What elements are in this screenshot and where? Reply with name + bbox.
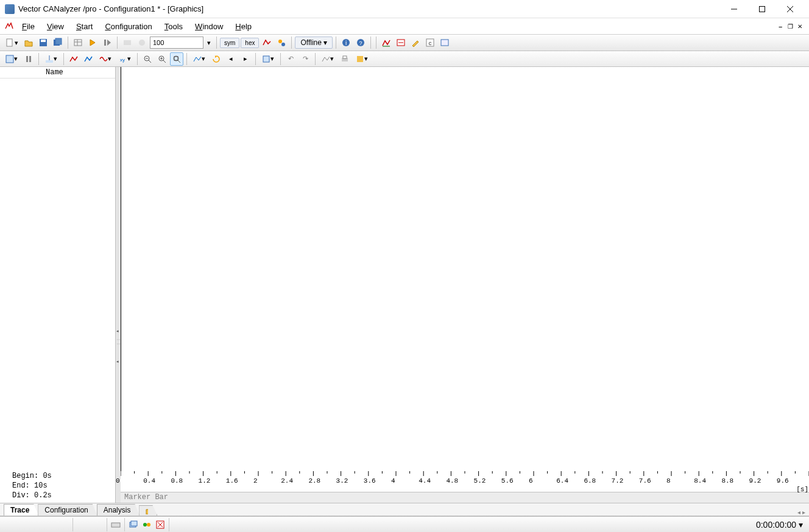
- bus-icon[interactable]: [142, 520, 152, 530]
- menu-start[interactable]: Start: [70, 20, 99, 33]
- minimize-button[interactable]: [720, 0, 748, 18]
- options-button[interactable]: ▾: [353, 52, 371, 66]
- tab-new[interactable]: [139, 505, 157, 516]
- new-button[interactable]: ▾: [2, 36, 21, 49]
- measure-button[interactable]: [380, 36, 393, 49]
- menu-help[interactable]: Help: [229, 20, 258, 33]
- separator: [315, 53, 316, 65]
- x-tick-label: 0: [116, 477, 120, 485]
- channel-button[interactable]: [260, 36, 274, 49]
- collapse-left-icon[interactable]: ◂: [116, 329, 119, 334]
- tab-configuration[interactable]: Configuration: [38, 504, 97, 516]
- status-icons: [107, 518, 125, 531]
- keyboard-icon[interactable]: [111, 520, 121, 530]
- start-button[interactable]: [86, 36, 99, 49]
- svg-point-102: [147, 523, 150, 527]
- svg-point-15: [278, 40, 282, 43]
- animate-button[interactable]: [135, 36, 149, 49]
- save-button[interactable]: [37, 36, 50, 49]
- nav-left-button[interactable]: ◂: [224, 52, 238, 66]
- marker-bar[interactable]: Marker Bar: [121, 492, 809, 503]
- begin-label: Begin: 0s: [12, 471, 115, 481]
- svg-rect-9: [74, 40, 82, 46]
- svg-rect-45: [343, 56, 347, 58]
- tab-trace[interactable]: Trace: [4, 504, 38, 516]
- menu-view[interactable]: View: [41, 20, 70, 33]
- print-button[interactable]: [338, 52, 352, 66]
- mdi-restore-button[interactable]: ❐: [786, 22, 794, 30]
- stack-icon[interactable]: [129, 520, 138, 530]
- edit-button[interactable]: [409, 36, 422, 49]
- open-button[interactable]: [22, 36, 35, 49]
- end-label: End: 10s: [12, 481, 115, 491]
- svg-line-34: [149, 60, 151, 63]
- signal-red-button[interactable]: [67, 52, 80, 66]
- offline-button[interactable]: Offline ▾: [295, 37, 333, 49]
- x-axis-ticks: [121, 471, 809, 477]
- chart-area: 00.40.81.21.622.42.83.23.644.44.85.25.66…: [121, 67, 809, 503]
- undo-button[interactable]: ↶: [284, 52, 297, 66]
- reset-button[interactable]: [210, 52, 223, 66]
- mdi-minimize-button[interactable]: ‒: [776, 22, 785, 30]
- close-button[interactable]: [776, 0, 804, 18]
- capl-button[interactable]: C: [423, 36, 437, 49]
- tab-analysis[interactable]: Analysis: [97, 504, 140, 516]
- svg-rect-26: [441, 40, 448, 46]
- menu-window[interactable]: Window: [189, 20, 229, 33]
- tab-nav[interactable]: ◂ ▸: [797, 509, 809, 516]
- save-all-button[interactable]: [51, 36, 65, 49]
- menu-file[interactable]: File: [16, 20, 41, 33]
- database-button[interactable]: [71, 36, 85, 49]
- sym-button[interactable]: sym: [220, 38, 239, 48]
- menu-configuration[interactable]: Configuration: [99, 20, 158, 33]
- svg-rect-13: [124, 40, 131, 45]
- svg-text:?: ?: [359, 40, 362, 46]
- wave-button[interactable]: ▾: [96, 52, 115, 66]
- break-button[interactable]: [121, 36, 134, 49]
- panel-button[interactable]: [438, 36, 451, 49]
- measure2-button[interactable]: [394, 36, 408, 49]
- hex-button[interactable]: hex: [241, 38, 259, 48]
- zoom-input[interactable]: [150, 37, 203, 49]
- x-tick-label: 2.4: [281, 477, 293, 485]
- step-button[interactable]: [101, 36, 114, 49]
- x-tick-label: 3.2: [336, 477, 348, 485]
- zoom-in-button[interactable]: [155, 52, 169, 66]
- svg-point-101: [143, 523, 147, 527]
- maximize-button[interactable]: [748, 0, 776, 18]
- help-button[interactable]: ?: [354, 36, 367, 49]
- menu-tools[interactable]: Tools: [158, 20, 189, 33]
- xy-button[interactable]: xy▾: [116, 52, 134, 66]
- layout-button[interactable]: ▾: [2, 52, 21, 66]
- plot-region[interactable]: [121, 67, 809, 471]
- error-icon[interactable]: [155, 520, 165, 530]
- svg-rect-42: [174, 57, 178, 60]
- separator: [280, 53, 281, 65]
- svg-rect-27: [6, 55, 13, 63]
- mdi-close-button[interactable]: ✕: [796, 22, 804, 30]
- workspace-tabs: Trace Configuration Analysis ◂ ▸: [0, 503, 809, 516]
- info-button[interactable]: i: [339, 36, 353, 49]
- window-mode-button[interactable]: ▾: [259, 52, 277, 66]
- zoom-out-button[interactable]: [141, 52, 154, 66]
- nav-right-button[interactable]: ▸: [239, 52, 252, 66]
- menu-bar: File View Start Configuration Tools Wind…: [0, 18, 809, 34]
- collapse-left2-icon[interactable]: ◂: [116, 359, 119, 364]
- x-tick-label: 6: [529, 477, 533, 485]
- svg-rect-29: [29, 56, 31, 62]
- signal-list[interactable]: [0, 79, 115, 469]
- splitter[interactable]: ◂ ⋮⋮ ◂: [116, 67, 121, 503]
- name-column-header[interactable]: Name: [0, 67, 115, 79]
- separator: [370, 37, 371, 49]
- chart-type-button[interactable]: ▾: [190, 52, 208, 66]
- redo-button[interactable]: ↷: [299, 52, 312, 66]
- pause-view-button[interactable]: [22, 52, 35, 66]
- filter-button[interactable]: [275, 36, 288, 49]
- x-tick-label: 5.6: [501, 477, 514, 485]
- svg-rect-1: [760, 6, 765, 12]
- zoom-fit-button[interactable]: [170, 52, 183, 66]
- cursor-button[interactable]: ▾: [42, 52, 60, 66]
- signal-blue-button[interactable]: [82, 52, 95, 66]
- zoom-dropdown[interactable]: ▾: [205, 36, 213, 49]
- export-button[interactable]: ▾: [319, 52, 337, 66]
